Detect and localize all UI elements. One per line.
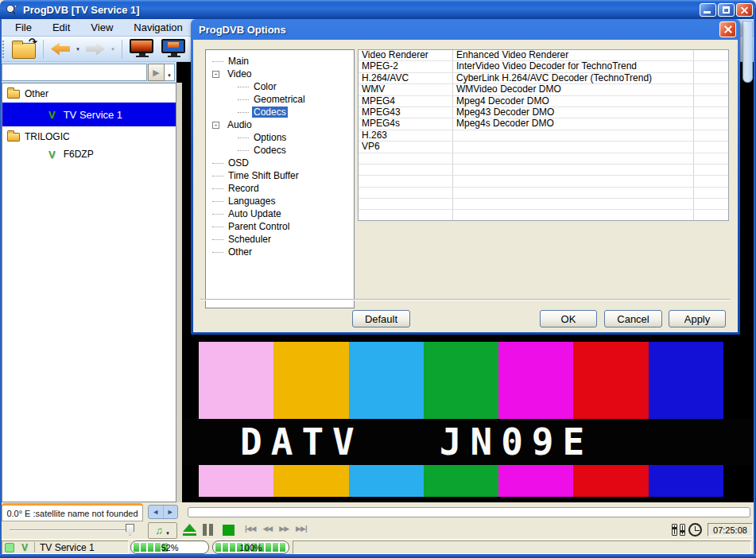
codec-table-row[interactable] [359, 188, 728, 199]
tree-item-color[interactable]: Color [206, 80, 354, 93]
menu-item-file[interactable]: File [5, 19, 42, 37]
codec-format-cell: MPEG4 [359, 96, 453, 107]
dialog-title: ProgDVB Options [199, 24, 286, 36]
forward-button[interactable] [83, 37, 108, 61]
back-dropdown-icon[interactable]: ▼ [76, 47, 80, 52]
codec-decoder-cell: Mpeg4 Decoder DMO [453, 96, 694, 107]
fast-forward-button[interactable]: ▶▶ [279, 525, 289, 533]
codec-format-cell [359, 165, 453, 175]
search-dropdown-button[interactable]: ▼ [165, 64, 175, 81]
tree-item-geometrical[interactable]: Geometrical [206, 93, 354, 106]
video-mode-button[interactable] [126, 37, 158, 61]
tree-item-scheduler[interactable]: Scheduler [206, 233, 354, 246]
tree-item-label: Scheduler [227, 234, 273, 245]
equalizer-button[interactable] [672, 524, 685, 536]
tree-item-label: Codecs [252, 107, 288, 118]
play-button[interactable]: ▶ [148, 64, 165, 81]
codec-extra-cell [694, 188, 728, 198]
toolbar-grip[interactable] [2, 41, 5, 58]
dialog-close-button[interactable] [719, 21, 736, 37]
codec-table-row[interactable]: H.263 [359, 130, 728, 141]
tree-item-options[interactable]: Options [206, 131, 354, 144]
codec-format-cell [359, 210, 453, 220]
codec-table-row[interactable] [359, 176, 728, 187]
tree-item-other[interactable]: Other [206, 246, 354, 258]
panel-splitter[interactable] [176, 83, 182, 502]
channel-group-other[interactable]: Other [2, 85, 176, 103]
volume-slider-thumb[interactable] [126, 524, 134, 536]
codec-table-row[interactable]: MPEG4sMpeg4s Decoder DMO [359, 118, 728, 130]
codec-decoder-cell [453, 141, 694, 152]
codec-table-row[interactable] [359, 199, 728, 210]
audio-track-button[interactable]: ♫ ▼ [148, 522, 177, 539]
tree-item-time-shift-buffer[interactable]: Time Shift Buffer [206, 169, 354, 182]
toolbar-right-strip [742, 21, 753, 83]
codec-table-row[interactable]: MPEG43Mpeg43 Decoder DMO [359, 107, 728, 118]
skip-to-start-button[interactable]: |◀◀ [245, 525, 255, 533]
eject-button[interactable] [183, 524, 196, 537]
codec-extra-cell [694, 61, 728, 72]
tree-item-osd[interactable]: OSD [206, 157, 354, 169]
tree-item-video[interactable]: -Video [206, 68, 354, 80]
channel-item-tv-service-1[interactable]: VTV Service 1 [2, 103, 176, 126]
ok-button[interactable]: OK [540, 310, 597, 327]
menu-item-navigation[interactable]: Navigation [123, 19, 192, 37]
tree-item-parent-control[interactable]: Parent Control [206, 220, 354, 233]
tree-item-label: Parent Control [227, 221, 291, 232]
codec-decoder-cell [453, 130, 694, 141]
codec-table-row[interactable]: VP6 [359, 141, 728, 153]
desktop-mode-button[interactable] [158, 37, 190, 61]
skip-to-end-button[interactable]: ▶▶| [296, 525, 306, 533]
codec-table-row[interactable]: H.264/AVCCyberLink H.264/AVC Decoder (Te… [359, 73, 728, 84]
stop-button[interactable] [223, 525, 235, 536]
channel-group-label: Other [25, 88, 48, 99]
close-button[interactable] [736, 3, 753, 17]
codec-table-row[interactable]: MPEG4Mpeg4 Decoder DMO [359, 96, 728, 107]
tree-item-record[interactable]: Record [206, 182, 354, 195]
tab-scroll-left-button[interactable]: ◄ [149, 506, 164, 518]
channel-search-input[interactable] [2, 64, 147, 81]
codec-table-row[interactable]: WMVWMVideo Decoder DMO [359, 84, 728, 95]
codec-table-row[interactable] [359, 165, 728, 176]
tree-item-codecs[interactable]: Codecs [206, 144, 354, 157]
tree-item-codecs[interactable]: Codecs [206, 106, 354, 118]
monitor-blue-icon [161, 39, 187, 60]
tree-item-languages[interactable]: Languages [206, 195, 354, 207]
codec-table-row[interactable] [359, 153, 728, 165]
tree-item-label: Geometrical [252, 94, 307, 105]
back-button[interactable] [48, 37, 73, 61]
minimize-button[interactable] [700, 3, 716, 17]
open-channel-list-button[interactable] [9, 37, 39, 61]
rewind-button[interactable]: ◀◀ [262, 525, 272, 533]
status-channel-name: TV Service 1 [40, 542, 95, 553]
satellite-tab[interactable]: 0.0° E :satellite name not founded [2, 503, 143, 521]
pause-button[interactable] [203, 524, 213, 536]
tree-collapse-icon[interactable]: - [212, 122, 219, 129]
volume-slider-track[interactable] [10, 529, 130, 531]
tree-item-main[interactable]: Main [206, 55, 354, 68]
clock-icon[interactable] [688, 523, 702, 537]
cancel-button[interactable]: Cancel [604, 310, 662, 327]
dialog-title-bar[interactable]: ProgDVB Options [191, 19, 740, 40]
forward-dropdown-icon[interactable]: ▼ [110, 47, 115, 52]
quality-progress: 100% [212, 541, 289, 554]
maximize-button[interactable] [718, 3, 735, 17]
tree-item-auto-update[interactable]: Auto Update [206, 207, 354, 220]
menu-item-view[interactable]: View [80, 19, 123, 37]
codec-table-row[interactable]: Video RendererEnhanced Video Renderer [359, 50, 728, 61]
codec-extra-cell [694, 176, 728, 186]
tree-item-audio[interactable]: -Audio [206, 118, 354, 131]
default-button[interactable]: Default [352, 310, 410, 327]
seek-slider[interactable] [188, 507, 750, 517]
codec-table-row[interactable] [359, 210, 728, 221]
channel-group-trilogic[interactable]: TRILOGIC [2, 128, 176, 145]
seek-row: 0.0° E :satellite name not founded ◄ ► [0, 502, 756, 522]
channel-item-f6dzp[interactable]: VF6DZP [2, 145, 176, 163]
codec-format-cell: WMV [359, 84, 453, 95]
apply-button[interactable]: Apply [669, 310, 726, 327]
menu-item-edit[interactable]: Edit [42, 19, 80, 37]
tree-collapse-icon[interactable]: - [212, 71, 219, 78]
codec-format-cell: H.263 [359, 130, 453, 141]
codec-table-row[interactable]: MPEG-2InterVideo Video Decoder for Techn… [359, 61, 728, 72]
tab-scroll-right-button[interactable]: ► [164, 506, 178, 518]
